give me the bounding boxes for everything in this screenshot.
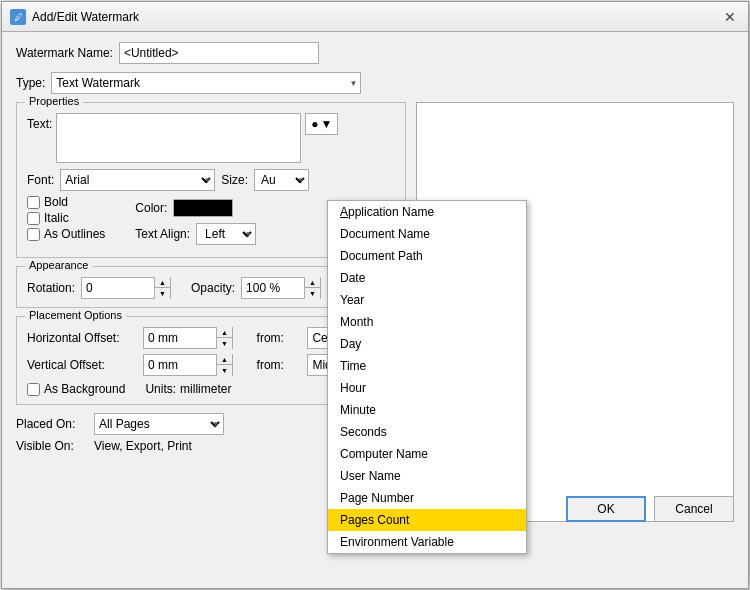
- units-group: Units: millimeter: [145, 382, 231, 396]
- bg-checkbox[interactable]: [27, 383, 40, 396]
- dropdown-label: Page Number: [340, 491, 414, 505]
- dropdown-label: Day: [340, 337, 361, 351]
- units-value: millimeter: [180, 382, 231, 396]
- color-label: Color:: [135, 201, 167, 215]
- properties-label: Properties: [25, 95, 83, 107]
- font-select-wrapper: Arial: [60, 169, 215, 191]
- italic-label: Italic: [44, 211, 69, 225]
- placed-on-wrapper: All Pages First Page Last Page: [94, 413, 224, 435]
- opacity-value: 100 %: [242, 279, 304, 297]
- text-area-row: Text: ● ▼: [27, 113, 395, 163]
- font-label: Font:: [27, 173, 54, 187]
- dropdown-item-computer-name[interactable]: Computer Name: [328, 443, 526, 465]
- v-offset-up[interactable]: ▲: [216, 354, 232, 365]
- footer-buttons: OK Cancel: [566, 496, 734, 522]
- variable-button[interactable]: ● ▼: [305, 113, 338, 135]
- align-select-wrapper: Left Center Right: [196, 223, 256, 245]
- h-offset-up[interactable]: ▲: [216, 327, 232, 338]
- font-select[interactable]: Arial: [60, 169, 215, 191]
- type-select[interactable]: Text Watermark Image Watermark: [51, 72, 361, 94]
- opacity-spinbox-btns: ▲ ▼: [304, 277, 320, 299]
- bg-label: As Background: [44, 382, 125, 396]
- dropdown-item-seconds[interactable]: Seconds: [328, 421, 526, 443]
- h-offset-down[interactable]: ▼: [216, 338, 232, 349]
- watermark-name-input[interactable]: [119, 42, 319, 64]
- size-select[interactable]: Au 6 8 10 12: [254, 169, 309, 191]
- placed-on-label: Placed On:: [16, 417, 88, 431]
- align-label: Text Align:: [135, 227, 190, 241]
- rotation-up-btn[interactable]: ▲: [154, 277, 170, 288]
- dropdown-label: A: [340, 205, 348, 219]
- visible-on-value: View, Export, Print: [94, 439, 192, 453]
- bold-row: Bold: [27, 195, 105, 209]
- dialog-window: 🖊 Add/Edit Watermark ✕ Watermark Name: T…: [1, 1, 749, 589]
- size-select-wrapper: Au 6 8 10 12: [254, 169, 309, 191]
- dropdown-item-time[interactable]: Time: [328, 355, 526, 377]
- close-button[interactable]: ✕: [720, 8, 740, 26]
- dropdown-label: Year: [340, 293, 364, 307]
- v-from-label: from:: [257, 358, 300, 372]
- outlines-label: As Outlines: [44, 227, 105, 241]
- rotation-spinbox[interactable]: 0 ▲ ▼: [81, 277, 171, 299]
- v-offset-spinbox[interactable]: 0 mm ▲ ▼: [143, 354, 233, 376]
- v-offset-btns: ▲ ▼: [216, 354, 232, 376]
- opacity-down-btn[interactable]: ▼: [304, 288, 320, 299]
- text-label: Text:: [27, 113, 52, 131]
- h-offset-value: 0 mm: [144, 329, 216, 347]
- dropdown-item-document-name[interactable]: Document Name: [328, 223, 526, 245]
- size-label: Size:: [221, 173, 248, 187]
- var-btn-arrow: ▼: [321, 117, 333, 131]
- h-offset-spinbox[interactable]: 0 mm ▲ ▼: [143, 327, 233, 349]
- dropdown-label: Environment Variable: [340, 535, 454, 549]
- placed-on-select[interactable]: All Pages First Page Last Page: [94, 413, 224, 435]
- font-row: Font: Arial Size: Au 6 8: [27, 169, 395, 191]
- dropdown-item-hour[interactable]: Hour: [328, 377, 526, 399]
- outlines-row: As Outlines: [27, 227, 105, 241]
- dropdown-item-minute[interactable]: Minute: [328, 399, 526, 421]
- dropdown-item-pages-count[interactable]: Pages Count: [328, 509, 526, 531]
- dropdown-item-day[interactable]: Day: [328, 333, 526, 355]
- h-offset-label: Horizontal Offset:: [27, 331, 135, 345]
- placement-label: Placement Options: [25, 309, 126, 321]
- units-label: Units:: [145, 382, 176, 396]
- rotation-value: 0: [82, 279, 154, 297]
- text-textarea[interactable]: [56, 113, 301, 163]
- dropdown-item-document-path[interactable]: Document Path: [328, 245, 526, 267]
- rotation-down-btn[interactable]: ▼: [154, 288, 170, 299]
- align-select[interactable]: Left Center Right: [196, 223, 256, 245]
- outlines-checkbox[interactable]: [27, 228, 40, 241]
- color-align-group: Color: Text Align: Left Center Right: [135, 195, 256, 245]
- h-offset-btns: ▲ ▼: [216, 327, 232, 349]
- dropdown-label: Seconds: [340, 425, 387, 439]
- opacity-spinbox[interactable]: 100 % ▲ ▼: [241, 277, 321, 299]
- italic-checkbox[interactable]: [27, 212, 40, 225]
- dropdown-item-month[interactable]: Month: [328, 311, 526, 333]
- dropdown-item-application-name[interactable]: Application Name: [328, 201, 526, 223]
- color-row: Color:: [135, 199, 256, 217]
- rotation-spinbox-btns: ▲ ▼: [154, 277, 170, 299]
- ok-button[interactable]: OK: [566, 496, 646, 522]
- watermark-name-row: Watermark Name:: [16, 42, 734, 64]
- dropdown-item-user-name[interactable]: User Name: [328, 465, 526, 487]
- bold-checkbox[interactable]: [27, 196, 40, 209]
- type-label: Type:: [16, 76, 45, 90]
- visible-on-label: Visible On:: [16, 439, 88, 453]
- appearance-label: Appearance: [25, 259, 92, 271]
- color-picker[interactable]: [173, 199, 233, 217]
- bg-checkbox-row: As Background: [27, 382, 125, 396]
- dropdown-item-environment-variable[interactable]: Environment Variable: [328, 531, 526, 553]
- dropdown-item-date[interactable]: Date: [328, 267, 526, 289]
- dropdown-label: Month: [340, 315, 373, 329]
- dropdown-label: Time: [340, 359, 366, 373]
- cancel-button[interactable]: Cancel: [654, 496, 734, 522]
- h-from-label: from:: [257, 331, 300, 345]
- v-offset-down[interactable]: ▼: [216, 365, 232, 376]
- dropdown-item-page-number[interactable]: Page Number: [328, 487, 526, 509]
- variable-dropdown: Application Name Document Name Document …: [327, 200, 527, 554]
- rotation-group: Rotation: 0 ▲ ▼: [27, 277, 171, 299]
- dropdown-item-year[interactable]: Year: [328, 289, 526, 311]
- dropdown-label: Document Path: [340, 249, 423, 263]
- dialog-icon: 🖊: [10, 9, 26, 25]
- opacity-up-btn[interactable]: ▲: [304, 277, 320, 288]
- rotation-label: Rotation:: [27, 281, 75, 295]
